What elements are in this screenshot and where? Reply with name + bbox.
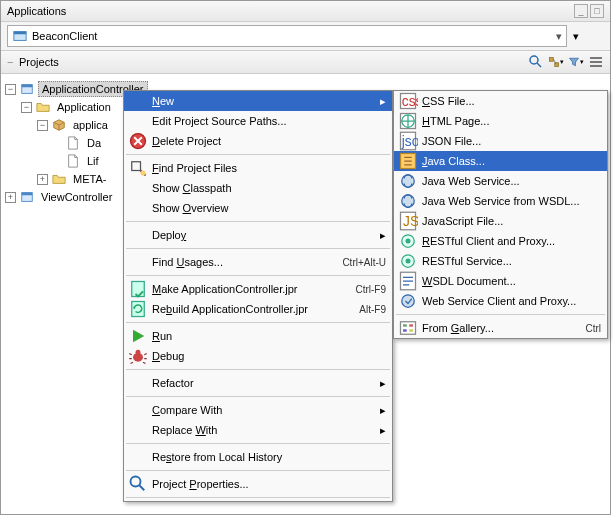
menu-item-label: Find Usages...	[148, 256, 334, 268]
submenu-arrow-icon: ▸	[376, 95, 386, 108]
context-menu-item[interactable]: Debug	[124, 346, 392, 366]
menu-item-label: Compare With	[148, 404, 376, 416]
new-submenu-item[interactable]: Web Service Client and Proxy...	[394, 291, 607, 311]
submenu-arrow-icon: ▸	[376, 424, 386, 437]
svg-rect-8	[590, 61, 602, 63]
delete-icon	[128, 133, 148, 149]
new-submenu-item[interactable]: HTML Page...	[394, 111, 607, 131]
new-submenu-item[interactable]: Java Class...	[394, 151, 607, 171]
context-menu-item[interactable]: Restore from Local History	[124, 447, 392, 467]
menu-item-label: Web Service Client and Proxy...	[418, 295, 601, 307]
collapse-icon[interactable]: −	[37, 120, 48, 131]
file-icon	[65, 153, 81, 169]
context-menu-item[interactable]: Edit Project Source Paths...	[124, 111, 392, 131]
nav-icon[interactable]: ▾	[548, 54, 564, 70]
new-submenu-item[interactable]: cssCSS File...	[394, 91, 607, 111]
file-icon	[65, 135, 81, 151]
context-menu-item[interactable]: Deploy▸	[124, 225, 392, 245]
restore-button[interactable]: □	[590, 4, 604, 18]
blank	[128, 375, 148, 391]
java-icon	[398, 153, 418, 169]
menu-item-label: Show Classpath	[148, 182, 386, 194]
menu-separator	[126, 248, 390, 249]
wsdl-icon	[398, 273, 418, 289]
application-selector[interactable]: BeaconClient ▾	[7, 25, 567, 47]
menu-separator	[126, 470, 390, 471]
svg-text:css: css	[402, 94, 418, 109]
collapse-icon[interactable]: −	[5, 84, 16, 95]
context-menu-item[interactable]: Rebuild ApplicationController.jprAlt-F9	[124, 299, 392, 319]
make-icon	[128, 281, 148, 297]
context-menu-item[interactable]: Show Overview	[124, 198, 392, 218]
js-icon: JS	[398, 213, 418, 229]
context-menu-item[interactable]: New▸	[124, 91, 392, 111]
menu-separator	[126, 221, 390, 222]
new-submenu-item[interactable]: Java Web Service from WSDL...	[394, 191, 607, 211]
menu-item-label: Show Overview	[148, 202, 386, 214]
menu-separator	[396, 314, 605, 315]
context-menu-item[interactable]: Delete Project	[124, 131, 392, 151]
app-menu-button[interactable]: ▾	[567, 30, 585, 43]
new-submenu-item[interactable]: Java Web Service...	[394, 171, 607, 191]
submenu-arrow-icon: ▸	[376, 229, 386, 242]
svg-text:json: json	[401, 134, 418, 149]
context-menu-item[interactable]: Find Project Files	[124, 158, 392, 178]
minimize-button[interactable]: _	[574, 4, 588, 18]
menu-separator	[126, 369, 390, 370]
projects-title: Projects	[19, 56, 528, 68]
collapse-projects-button[interactable]: −	[7, 56, 19, 68]
tree-label: applica	[70, 118, 111, 132]
chevron-down-icon: ▾	[556, 30, 562, 43]
svg-rect-4	[550, 58, 554, 62]
svg-point-39	[402, 295, 415, 308]
new-submenu-item[interactable]: jsonJSON File...	[394, 131, 607, 151]
jws-icon	[398, 193, 418, 209]
context-menu-item[interactable]: Compare With▸	[124, 400, 392, 420]
filter-icon[interactable]: ▾	[568, 54, 584, 70]
svg-rect-7	[590, 57, 602, 59]
blank	[128, 93, 148, 109]
new-submenu-item[interactable]: RESTful Client and Proxy...	[394, 231, 607, 251]
menu-item-label: Run	[148, 330, 386, 342]
projects-toolbar: ▾ ▾	[528, 54, 604, 70]
applications-titlebar: Applications _ □	[1, 1, 610, 22]
blank	[128, 227, 148, 243]
new-submenu-item[interactable]: From Gallery...Ctrl	[394, 318, 607, 338]
context-menu-item[interactable]: Refactor▸	[124, 373, 392, 393]
tree-label: ViewController	[38, 190, 115, 204]
search-icon[interactable]	[528, 54, 544, 70]
menu-item-label: JSON File...	[418, 135, 601, 147]
wsc-icon	[398, 293, 418, 309]
folder-icon	[35, 99, 51, 115]
svg-point-30	[402, 175, 415, 188]
svg-point-21	[131, 477, 141, 487]
menu-icon[interactable]	[588, 54, 604, 70]
menu-item-label: Make ApplicationController.jpr	[148, 283, 347, 295]
context-menu-item[interactable]: Replace With▸	[124, 420, 392, 440]
new-submenu-item[interactable]: RESTful Service...	[394, 251, 607, 271]
svg-rect-42	[409, 324, 413, 327]
menu-item-label: New	[148, 95, 376, 107]
collapse-icon[interactable]: −	[21, 102, 32, 113]
blank	[128, 180, 148, 196]
blank	[128, 113, 148, 129]
context-menu-item[interactable]: Find Usages...Ctrl+Alt-U	[124, 252, 392, 272]
rest-icon	[398, 233, 418, 249]
expand-icon[interactable]: +	[37, 174, 48, 185]
tree-label: Application	[54, 100, 114, 114]
expand-icon[interactable]: +	[5, 192, 16, 203]
projects-header: − Projects ▾ ▾	[1, 51, 610, 74]
jws-icon	[398, 173, 418, 189]
menu-item-label: RESTful Client and Proxy...	[418, 235, 601, 247]
new-submenu-item[interactable]: JSJavaScript File...	[394, 211, 607, 231]
context-menu-item[interactable]: Project Properties...	[124, 474, 392, 494]
context-menu-item[interactable]: Run	[124, 326, 392, 346]
new-submenu-item[interactable]: WSDL Document...	[394, 271, 607, 291]
menu-item-shortcut: Ctrl	[577, 323, 601, 334]
context-menu-item[interactable]: Make ApplicationController.jprCtrl-F9	[124, 279, 392, 299]
tree-label: Da	[84, 136, 104, 150]
menu-separator	[126, 443, 390, 444]
project-icon	[19, 189, 35, 205]
menu-item-label: From Gallery...	[418, 322, 577, 334]
context-menu-item[interactable]: Show Classpath	[124, 178, 392, 198]
